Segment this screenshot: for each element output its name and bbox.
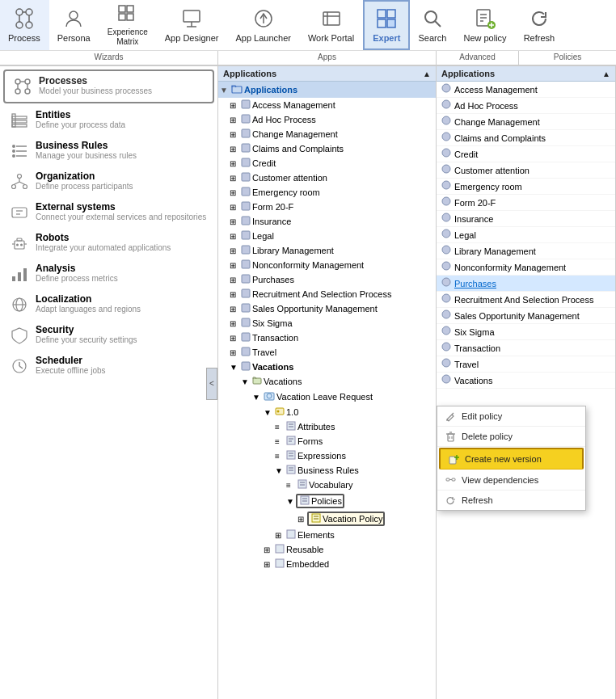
tree-item-emergency-room[interactable]: ⊞ Emergency room [218, 185, 436, 200]
tree-item-customer-attention[interactable]: ⊞ Customer attention [218, 171, 436, 185]
right-item-six-sigma[interactable]: Six Sigma [437, 324, 615, 340]
sidebar-item-external-systems[interactable]: External systems Connect your external s… [2, 197, 216, 228]
tree-item-expressions[interactable]: ≡ Expressions [218, 448, 436, 463]
toolbar-process[interactable]: Process [0, 0, 49, 50]
tree-item-access-management[interactable]: ⊞ Access Management [218, 98, 436, 112]
tree-item-claims[interactable]: ⊞ Claims and Complaints [218, 141, 436, 156]
svg-rect-21 [387, 10, 395, 18]
tree-item-credit[interactable]: ⊞ Credit [218, 156, 436, 171]
right-item-form20f[interactable]: Form 20-F [437, 195, 615, 211]
right-item-travel[interactable]: Travel [437, 356, 615, 373]
svg-rect-80 [242, 173, 250, 181]
context-menu-item-view-deps[interactable]: View dependencies [437, 470, 585, 491]
toolbar-expert[interactable]: Expert [363, 0, 410, 50]
tree-item-vocabulary[interactable]: ≡ Vocabulary [218, 478, 436, 492]
right-item-sales[interactable]: Sales Opportunity Management [437, 308, 615, 324]
right-item-transaction[interactable]: Transaction [437, 340, 615, 356]
tree-item-elements[interactable]: ⊞ Elements [218, 528, 436, 542]
tree-item-vacation-policy[interactable]: ⊞ Vacation Policy [218, 510, 436, 528]
right-item-access-management[interactable]: Access Management [437, 82, 615, 98]
toolbar-refresh[interactable]: Refresh [516, 0, 564, 50]
toolbar-persona-label: Persona [57, 33, 91, 44]
sidebar-item-processes[interactable]: Processes Model your business processes [3, 69, 214, 103]
right-header-arrow: ▲ [602, 69, 610, 78]
tree-item-library-management[interactable]: ⊞ Library Management [218, 243, 436, 258]
tree-item-business-rules-sub[interactable]: ▼ Business Rules [218, 463, 436, 478]
right-item-vacations[interactable]: Vacations [437, 373, 615, 389]
context-menu-item-refresh[interactable]: Refresh [437, 491, 585, 510]
svg-point-1 [26, 9, 32, 15]
toolbar-work-portal[interactable]: Work Portal [300, 0, 363, 50]
right-item-ad-hoc[interactable]: Ad Hoc Process [437, 98, 615, 114]
tree-item-six-sigma[interactable]: ⊞ Six Sigma [218, 316, 436, 331]
toolbar-search[interactable]: Search [410, 0, 455, 50]
sidebar-item-business-rules[interactable]: Business Rules Manage your business rule… [2, 136, 216, 166]
svg-rect-78 [242, 144, 250, 152]
label-embedded: Embedded [286, 559, 329, 569]
sidebar-collapse-btn[interactable]: < [206, 368, 217, 400]
tree-item-nonconformity[interactable]: ⊞ Nonconformity Management [218, 258, 436, 272]
expand-access-management[interactable]: ⊞ [230, 101, 239, 110]
toolbar-app-launcher[interactable]: App Launcher [227, 0, 300, 50]
sidebar-item-entities[interactable]: Entities Define your process data [2, 105, 216, 136]
organization-text: Organization Define process participants [36, 171, 133, 191]
tree-item-vacations-l2[interactable]: ▼ Vacations [218, 374, 436, 389]
right-item-insurance[interactable]: Insurance [437, 211, 615, 227]
context-menu-item-edit-policy[interactable]: Edit policy [437, 406, 585, 427]
label-vacations-l2: Vacations [264, 377, 302, 386]
svg-point-135 [442, 278, 450, 286]
svg-rect-114 [301, 496, 309, 504]
tree-item-attributes[interactable]: ≡ Attributes [218, 419, 436, 434]
tree-item-policies[interactable]: ▼ Policies [218, 492, 436, 510]
toolbar-app-designer[interactable]: App Designer [157, 0, 228, 50]
tree-item-reusable[interactable]: ⊞ Reusable [218, 542, 436, 557]
label-credit: Credit [252, 158, 276, 168]
scheduler-title: Scheduler [36, 355, 106, 366]
right-item-emergency-room[interactable]: Emergency room [437, 179, 615, 195]
tree-item-vacation-leave-request[interactable]: ▼ Vacation Leave Request [218, 389, 436, 405]
right-item-legal[interactable]: Legal [437, 227, 615, 243]
tree-item-1-0[interactable]: ▼ 1.0 [218, 405, 436, 419]
tree-item-change-management[interactable]: ⊞ Change Management [218, 127, 436, 141]
tree-item-form20f[interactable]: ⊞ Form 20-F [218, 200, 436, 214]
sidebar-item-organization[interactable]: Organization Define process participants [2, 166, 216, 197]
tree-item-vacations-l1[interactable]: ▼ Vacations [218, 360, 436, 374]
tree-item-sales[interactable]: ⊞ Sales Opportunity Management [218, 301, 436, 316]
delete-policy-icon [444, 430, 457, 443]
sidebar-item-robots[interactable]: Robots Integrate your automated applicat… [2, 228, 216, 259]
right-item-library-management[interactable]: Library Management [437, 243, 615, 259]
toolbar-experience-matrix[interactable]: ExperienceMatrix [99, 0, 157, 50]
right-item-change-management[interactable]: Change Management [437, 114, 615, 130]
tree-item-purchases[interactable]: ⊞ Purchases [218, 272, 436, 287]
toolbar-new-policy[interactable]: New policy [455, 0, 515, 50]
toolbar-persona[interactable]: Persona [49, 0, 99, 50]
tree-item-travel[interactable]: ⊞ Travel [218, 345, 436, 360]
label-attributes: Attributes [297, 422, 335, 432]
sidebar-item-security[interactable]: Security Define your security settings [2, 320, 216, 351]
right-item-recruitment[interactable]: Recruitment And Selection Process [437, 292, 615, 308]
expand-applications[interactable]: ▼ [220, 86, 230, 95]
tree-item-insurance[interactable]: ⊞ Insurance [218, 214, 436, 229]
context-menu-item-create-new-version[interactable]: Create new version [439, 448, 584, 470]
svg-rect-102 [287, 436, 295, 444]
tree-item-recruitment[interactable]: ⊞ Recruitment And Selection Process [218, 287, 436, 301]
sidebar-item-analysis[interactable]: Analysis Define process metrics [2, 259, 216, 289]
right-item-nonconformity[interactable]: Nonconformity Management [437, 259, 615, 276]
right-item-claims[interactable]: Claims and Complaints [437, 130, 615, 146]
tree-item-legal[interactable]: ⊞ Legal [218, 229, 436, 243]
tree-item-transaction[interactable]: ⊞ Transaction [218, 331, 436, 345]
right-item-credit[interactable]: Credit [437, 146, 615, 162]
context-menu-item-delete-policy[interactable]: Delete policy [437, 427, 585, 447]
sidebar-item-scheduler[interactable]: Scheduler Execute offline jobs [2, 351, 216, 381]
label-library-management: Library Management [252, 246, 334, 255]
right-item-customer-attention[interactable]: Customer attention [437, 162, 615, 179]
tree-item-forms[interactable]: ≡ Forms [218, 434, 436, 448]
tree-item-applications-root[interactable]: ▼ Applications [218, 82, 436, 98]
sidebar-item-localization[interactable]: Localization Adapt languages and regions [2, 289, 216, 320]
tree-item-ad-hoc[interactable]: ⊞ Ad Hoc Process [218, 112, 436, 127]
expert-icon [373, 6, 399, 32]
analysis-text: Analysis Define process metrics [36, 263, 118, 283]
right-item-purchases[interactable]: Purchases [437, 276, 615, 292]
svg-rect-94 [253, 378, 261, 384]
tree-item-embedded[interactable]: ⊞ Embedded [218, 557, 436, 571]
